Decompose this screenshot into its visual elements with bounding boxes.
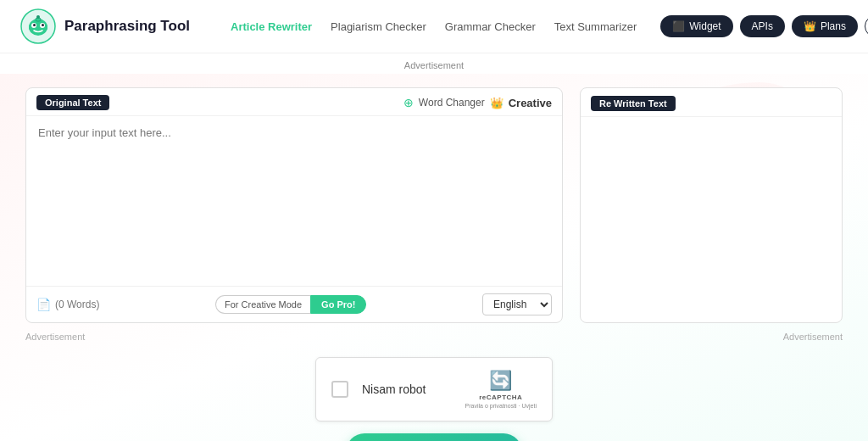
mode-selector: ⊕ Word Changer 👑 Creative bbox=[403, 96, 552, 109]
crown-icon: 👑 bbox=[804, 20, 816, 32]
left-panel-footer: 📄 (0 Words) For Creative Mode Go Pro! En… bbox=[26, 286, 562, 322]
recaptcha-text: reCAPTCHA bbox=[479, 394, 522, 401]
language-dropdown[interactable]: English French Spanish German bbox=[482, 293, 552, 315]
nav-buttons: ⬛ Widget APIs 👑 Plans Login Register bbox=[660, 15, 868, 37]
mode-badge-label: For Creative Mode bbox=[215, 295, 310, 314]
recaptcha-privacy: Pravila o privatnosti · Uvjeti bbox=[465, 403, 537, 409]
logo-area: Paraphrasing Tool bbox=[20, 8, 190, 44]
svg-point-5 bbox=[42, 24, 44, 26]
ad-row: Advertisement Advertisement bbox=[25, 332, 843, 345]
ad-label-right: Advertisement bbox=[783, 332, 843, 342]
go-pro-button[interactable]: Go Pro! bbox=[310, 295, 366, 314]
svg-point-4 bbox=[33, 24, 36, 26]
widget-button[interactable]: ⬛ Widget bbox=[660, 15, 732, 37]
ad-banner-top: Advertisement bbox=[0, 53, 868, 74]
svg-rect-9 bbox=[45, 25, 47, 30]
nav-links: Article Rewriter Plagiarism Checker Gram… bbox=[224, 17, 643, 36]
document-icon: 📄 bbox=[36, 298, 51, 311]
captcha-label: Nisam robot bbox=[362, 382, 452, 396]
captcha-checkbox[interactable] bbox=[331, 381, 348, 398]
widget-icon: ⬛ bbox=[672, 20, 685, 32]
plans-button[interactable]: 👑 Plans bbox=[792, 15, 858, 37]
logo-text: Paraphrasing Tool bbox=[64, 18, 190, 35]
svg-rect-8 bbox=[29, 25, 31, 30]
logo-icon bbox=[20, 8, 56, 44]
recaptcha-logo-area: 🔄 reCAPTCHA Pravila o privatnosti · Uvje… bbox=[465, 370, 537, 409]
captcha-box: Nisam robot 🔄 reCAPTCHA Pravila o privat… bbox=[315, 357, 553, 421]
apis-button[interactable]: APIs bbox=[740, 15, 785, 37]
word-changer-label: Word Changer bbox=[419, 97, 485, 109]
header: Paraphrasing Tool Article Rewriter Plagi… bbox=[0, 0, 868, 53]
left-panel-header: Original Text ⊕ Word Changer 👑 Creative bbox=[26, 88, 562, 116]
creative-mode-label: Creative bbox=[509, 97, 552, 109]
nav-plagiarism-checker[interactable]: Plagiarism Checker bbox=[324, 17, 433, 36]
bottom-section: Advertisement Advertisement Nisam robot … bbox=[25, 323, 843, 441]
right-panel-body bbox=[581, 117, 842, 322]
nav-grammar-checker[interactable]: Grammar Checker bbox=[438, 17, 542, 36]
recaptcha-icon: 🔄 bbox=[489, 370, 512, 392]
nav-text-summarizer[interactable]: Text Summarizer bbox=[548, 17, 644, 36]
ad-label-left: Advertisement bbox=[25, 332, 85, 342]
mode-badge-row: For Creative Mode Go Pro! bbox=[215, 295, 366, 314]
right-panel: Re Written Text bbox=[580, 87, 843, 323]
right-panel-header: Re Written Text bbox=[581, 88, 842, 117]
original-text-label: Original Text bbox=[36, 95, 109, 110]
word-changer-icon: ⊕ bbox=[403, 96, 414, 109]
crown-mode-icon: 👑 bbox=[490, 97, 504, 109]
word-count: 📄 (0 Words) bbox=[36, 298, 99, 311]
editor-row: Original Text ⊕ Word Changer 👑 Creative … bbox=[25, 87, 843, 323]
nav-article-rewriter[interactable]: Article Rewriter bbox=[224, 17, 319, 36]
rewrite-now-button[interactable]: Rewrite Now bbox=[346, 433, 521, 441]
login-button[interactable]: Login bbox=[865, 15, 868, 37]
svg-point-7 bbox=[36, 15, 40, 19]
main-area: Original Text ⊕ Word Changer 👑 Creative … bbox=[0, 74, 868, 441]
original-text-input[interactable] bbox=[26, 116, 562, 286]
left-panel: Original Text ⊕ Word Changer 👑 Creative … bbox=[25, 87, 563, 323]
rewritten-text-label: Re Written Text bbox=[591, 96, 676, 111]
language-selector: English French Spanish German bbox=[482, 293, 552, 315]
